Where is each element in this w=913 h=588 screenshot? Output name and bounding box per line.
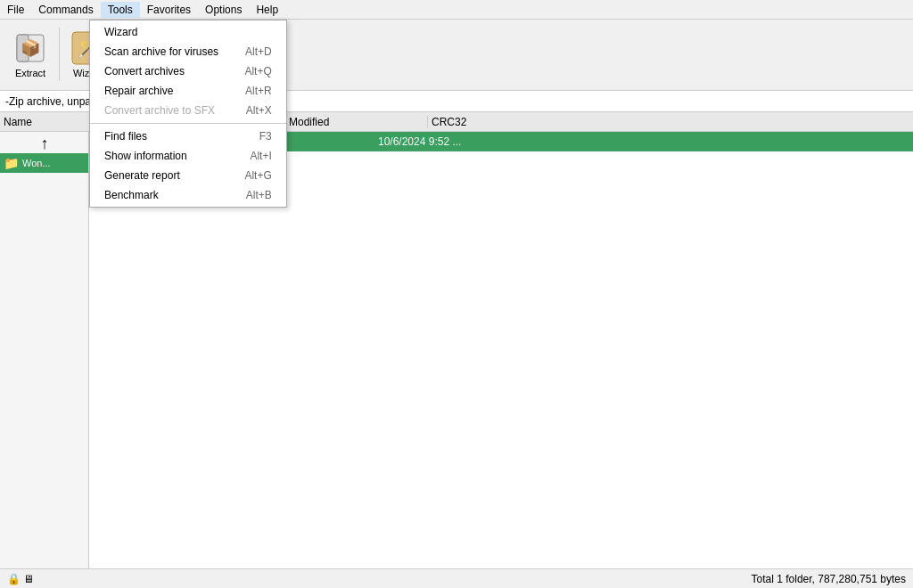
menu-item-find-shortcut: F3 bbox=[259, 130, 272, 143]
menu-item-wizard[interactable]: Wizard bbox=[90, 22, 286, 42]
file-cell-modified: 10/6/2024 9:52 ... bbox=[374, 135, 517, 148]
menu-item-report-shortcut: Alt+G bbox=[244, 169, 271, 182]
menu-item-scan-viruses[interactable]: Scan archive for viruses Alt+D bbox=[90, 42, 286, 61]
menu-item-show-info[interactable]: Show information Alt+I bbox=[90, 146, 286, 166]
menu-commands[interactable]: Commands bbox=[31, 2, 100, 18]
menu-item-info-label: Show information bbox=[104, 150, 187, 162]
menu-item-repair-label: Repair archive bbox=[104, 85, 173, 97]
up-arrow-icon: ↑ bbox=[41, 135, 49, 153]
left-panel: ↑ 📁 Won... bbox=[0, 132, 89, 568]
col-header-modified[interactable]: Modified bbox=[285, 116, 428, 128]
menu-item-report-label: Generate report bbox=[104, 169, 180, 182]
menu-favorites[interactable]: Favorites bbox=[140, 2, 198, 18]
menu-item-convert-archives-label: Convert archives bbox=[104, 65, 185, 78]
menu-item-repair-shortcut: Alt+R bbox=[245, 85, 272, 97]
statusbar-text: Total 1 folder, 787,280,751 bytes bbox=[752, 573, 906, 585]
bottom-left-icon: 🔒 🖥 bbox=[7, 573, 34, 585]
menu-options[interactable]: Options bbox=[198, 2, 249, 18]
left-panel-item-wondershare[interactable]: 📁 Won... bbox=[0, 153, 88, 173]
statusbar: 🔒 🖥 Total 1 folder, 787,280,751 bytes bbox=[0, 568, 913, 588]
menu-item-convert-archives[interactable]: Convert archives Alt+Q bbox=[90, 61, 286, 81]
menu-item-convert-archives-shortcut: Alt+Q bbox=[244, 65, 271, 78]
menu-help[interactable]: Help bbox=[249, 2, 285, 18]
extract-icon: 📦 bbox=[12, 30, 48, 66]
menu-item-convert-sfx: Convert archive to SFX Alt+X bbox=[90, 101, 286, 120]
menu-separator-1 bbox=[90, 123, 286, 124]
menu-item-scan-label: Scan archive for viruses bbox=[104, 45, 218, 58]
menu-item-convert-sfx-label: Convert archive to SFX bbox=[104, 104, 215, 117]
menu-item-benchmark-shortcut: Alt+B bbox=[246, 189, 272, 201]
folder-icon: 📁 bbox=[4, 156, 19, 170]
extract-label: Extract bbox=[15, 68, 45, 78]
menu-item-find-label: Find files bbox=[104, 130, 147, 143]
menu-item-find-files[interactable]: Find files F3 bbox=[90, 127, 286, 146]
toolbar-separator-1 bbox=[59, 28, 60, 81]
menubar: File Commands Tools Favorites Options He… bbox=[0, 0, 913, 20]
menu-item-wizard-label: Wizard bbox=[104, 26, 137, 38]
menu-item-repair-archive[interactable]: Repair archive Alt+R bbox=[90, 81, 286, 101]
menu-item-scan-shortcut: Alt+D bbox=[245, 45, 272, 58]
menu-item-gen-report[interactable]: Generate report Alt+G bbox=[90, 166, 286, 185]
menu-item-info-shortcut: Alt+I bbox=[250, 150, 271, 162]
menu-item-convert-sfx-shortcut: Alt+X bbox=[246, 104, 272, 117]
menu-tools[interactable]: Tools bbox=[101, 2, 140, 18]
menu-item-benchmark-label: Benchmark bbox=[104, 189, 159, 201]
svg-text:📦: 📦 bbox=[21, 38, 41, 58]
menu-file[interactable]: File bbox=[0, 2, 31, 18]
left-panel-item-label: Won... bbox=[22, 158, 51, 168]
tools-dropdown-menu: Wizard Scan archive for viruses Alt+D Co… bbox=[89, 20, 287, 208]
menu-item-benchmark[interactable]: Benchmark Alt+B bbox=[90, 185, 286, 205]
up-button[interactable]: ↑ bbox=[0, 134, 89, 153]
col-header-crc32[interactable]: CRC32 bbox=[428, 116, 517, 128]
extract-button[interactable]: 📦 Extract bbox=[4, 23, 57, 86]
